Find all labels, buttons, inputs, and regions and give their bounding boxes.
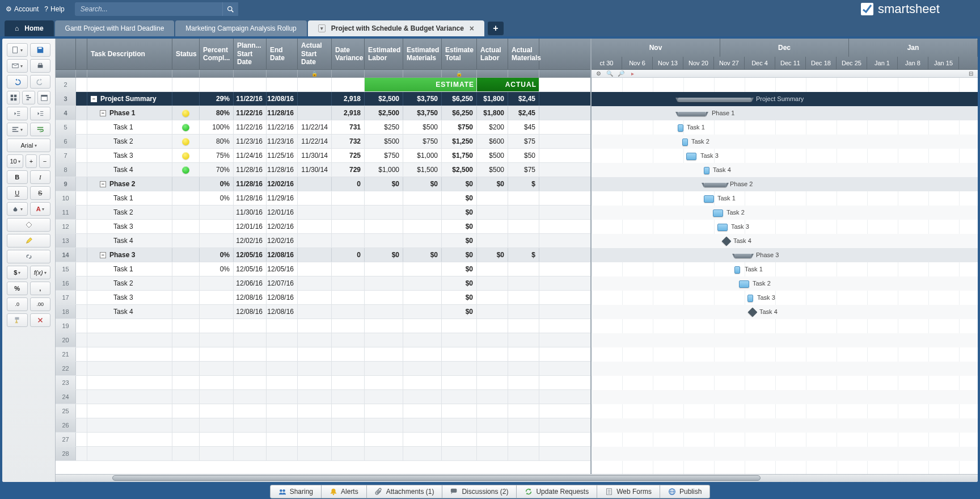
week-header[interactable]: Dec 4 xyxy=(745,57,775,69)
cell-status[interactable] xyxy=(172,319,200,333)
cell-amat[interactable] xyxy=(508,347,539,361)
cell-dvar[interactable] xyxy=(332,206,365,219)
cell-dvar[interactable] xyxy=(332,418,365,432)
cell-status[interactable] xyxy=(172,135,200,148)
cell-status[interactable] xyxy=(172,390,200,404)
gantt-row[interactable] xyxy=(592,78,978,92)
week-header[interactable]: Jan 1 xyxy=(867,57,898,69)
cell-amat[interactable]: $75 xyxy=(508,163,539,177)
cell-pstart[interactable]: 11/30/16 xyxy=(234,206,267,219)
gantt-bar[interactable] xyxy=(748,308,758,317)
cell-percent[interactable] xyxy=(200,220,234,233)
cell-end[interactable]: 12/07/16 xyxy=(267,276,298,290)
grid-row[interactable]: 10 Task 1 0% 11/28/16 11/29/16 $0 xyxy=(56,191,590,206)
gantt-row[interactable] xyxy=(592,319,978,333)
cell-dvar[interactable]: 0 xyxy=(332,248,365,262)
cell-status[interactable] xyxy=(172,276,200,290)
cell-emat[interactable] xyxy=(403,418,442,432)
grid-row[interactable]: 11 Task 2 11/30/16 12/01/16 $0 xyxy=(56,206,590,220)
cell-percent[interactable]: 29% xyxy=(200,92,234,106)
grid-row[interactable]: 27 xyxy=(56,433,590,447)
col-astart[interactable]: Actual Start Date xyxy=(298,39,332,69)
cell-dvar[interactable]: 731 xyxy=(332,120,365,134)
gantt-bar[interactable] xyxy=(734,266,740,274)
cell-elabor[interactable] xyxy=(365,262,403,276)
cell-elabor[interactable]: $1,000 xyxy=(365,163,403,177)
col-emat[interactable]: Estimated Materials xyxy=(403,39,442,69)
cell-elabor[interactable] xyxy=(365,404,403,418)
cell-astart[interactable] xyxy=(298,291,332,304)
cell-emat[interactable] xyxy=(403,206,442,219)
wrap-button[interactable] xyxy=(30,123,51,136)
cell-elabor[interactable]: $2,500 xyxy=(365,106,403,120)
cell-emat[interactable]: $500 xyxy=(403,120,442,134)
cell-percent[interactable]: 80% xyxy=(200,135,234,148)
gantt-row[interactable]: Task 4 xyxy=(592,163,978,177)
cell-pstart[interactable] xyxy=(234,319,267,333)
cell-emat[interactable] xyxy=(403,319,442,333)
cell-elabor[interactable] xyxy=(365,390,403,404)
row-number[interactable]: 11 xyxy=(56,206,76,219)
cell-elabor[interactable] xyxy=(365,418,403,432)
cell-elabor[interactable]: $750 xyxy=(365,149,403,162)
gantt-row[interactable]: Phase 2 xyxy=(592,177,978,191)
cell-pstart[interactable]: 11/22/16 xyxy=(234,120,267,134)
grid-row[interactable]: 14 −Phase 3 0% 12/05/16 12/08/16 0 $0 $0… xyxy=(56,248,590,262)
grid-row[interactable]: 19 xyxy=(56,319,590,333)
cell-dvar[interactable] xyxy=(332,362,365,375)
cell-etotal[interactable]: $0 xyxy=(442,248,477,262)
cell-desc[interactable]: Task 1 xyxy=(87,120,172,134)
cell-alabor[interactable] xyxy=(477,305,508,318)
cell-alabor[interactable] xyxy=(477,433,508,446)
col-pstart[interactable]: Plann... Start Date xyxy=(234,39,267,69)
gantt-row[interactable]: Task 3 xyxy=(592,220,978,234)
week-header[interactable]: Dec 25 xyxy=(837,57,867,69)
week-header[interactable]: Jan 8 xyxy=(898,57,928,69)
cell-emat[interactable] xyxy=(403,404,442,418)
cell-status[interactable] xyxy=(172,149,200,162)
gantt-row[interactable]: Phase 3 xyxy=(592,248,978,262)
gantt-row[interactable]: Task 1 xyxy=(592,191,978,206)
grid-row[interactable]: 20 xyxy=(56,333,590,347)
cell-end[interactable]: 12/05/16 xyxy=(267,262,298,276)
collapse-toggle[interactable]: − xyxy=(91,96,97,102)
week-header[interactable]: Dec 18 xyxy=(806,57,837,69)
cell-etotal[interactable]: $0 xyxy=(442,206,477,219)
row-number[interactable]: 21 xyxy=(56,347,76,361)
add-tab-button[interactable]: + xyxy=(488,22,504,35)
cell-end[interactable]: 12/02/16 xyxy=(267,234,298,248)
attachments-button[interactable]: Attachments (1) xyxy=(367,485,443,498)
cell-emat[interactable] xyxy=(403,347,442,361)
cell-status[interactable] xyxy=(172,447,200,460)
cell-percent[interactable]: 100% xyxy=(200,120,234,134)
week-header[interactable]: Nov 6 xyxy=(622,57,653,69)
strike-button[interactable]: S xyxy=(30,186,51,200)
cell-astart[interactable] xyxy=(298,276,332,290)
font-larger-button[interactable]: + xyxy=(26,154,37,168)
cell-emat[interactable]: $1,500 xyxy=(403,163,442,177)
cell-desc[interactable] xyxy=(87,390,172,404)
cell-desc[interactable]: Task 2 xyxy=(87,276,172,290)
gantt-bar[interactable] xyxy=(678,98,751,102)
col-alabor[interactable]: Actual Labor xyxy=(477,39,508,69)
cell-alabor[interactable] xyxy=(477,276,508,290)
cell-status[interactable] xyxy=(172,262,200,276)
cell-status[interactable] xyxy=(172,163,200,177)
cell-elabor[interactable] xyxy=(365,234,403,248)
cell-emat[interactable] xyxy=(403,276,442,290)
cell-elabor[interactable] xyxy=(365,319,403,333)
cell-emat[interactable] xyxy=(403,220,442,233)
cell-pstart[interactable]: 11/28/16 xyxy=(234,191,267,205)
sharing-button[interactable]: Sharing xyxy=(270,485,322,498)
cell-percent[interactable] xyxy=(200,362,234,375)
cell-dvar[interactable]: 2,918 xyxy=(332,106,365,120)
row-number[interactable]: 20 xyxy=(56,333,76,347)
gantt-row[interactable]: Task 4 xyxy=(592,305,978,319)
cell-alabor[interactable] xyxy=(477,262,508,276)
gantt-settings-icon[interactable]: ⚙ xyxy=(595,70,602,77)
cell-amat[interactable] xyxy=(508,305,539,318)
cell-status[interactable] xyxy=(172,177,200,191)
cell-dvar[interactable]: 732 xyxy=(332,135,365,148)
gantt-row[interactable]: Task 2 xyxy=(592,135,978,149)
cell-pstart[interactable]: 12/02/16 xyxy=(234,234,267,248)
